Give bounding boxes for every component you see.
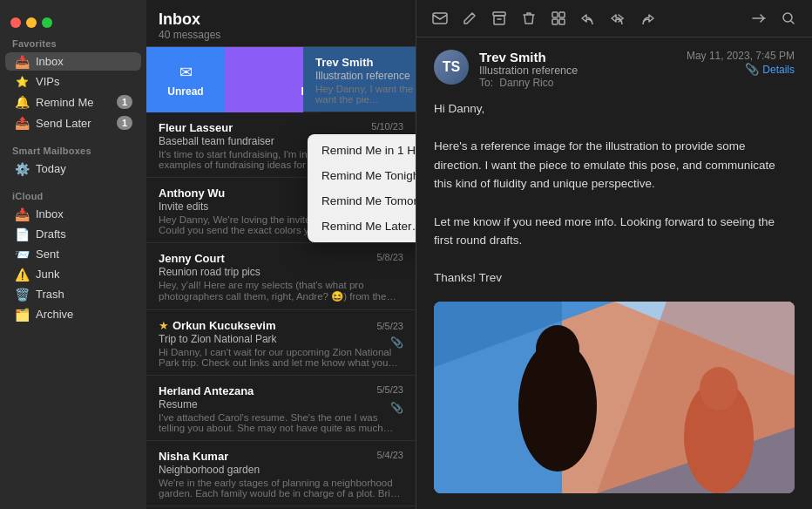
sidebar-item-remind-me[interactable]: 🔔 Remind Me 1 bbox=[5, 92, 141, 112]
send-later-badge: 1 bbox=[117, 116, 132, 130]
attachment-icon: 📎 bbox=[390, 336, 403, 349]
sidebar-item-label: Junk bbox=[36, 268, 132, 281]
svg-rect-4 bbox=[559, 12, 565, 17]
send-later-icon: 📤 bbox=[14, 117, 30, 129]
dropdown-item-later[interactable]: Remind Me Later… bbox=[308, 214, 416, 239]
junk-icon: ⚠️ bbox=[14, 268, 30, 281]
message-preview: I've attached Carol's resume. She's the … bbox=[159, 412, 403, 433]
message-subject: Reunion road trip pics bbox=[159, 266, 403, 278]
reply-all-toolbar-icon[interactable] bbox=[606, 7, 629, 30]
sidebar: Favorites 📥 Inbox ⭐ VIPs 🔔 Remind Me 1 📤… bbox=[0, 0, 146, 509]
mail-toolbar-icon[interactable] bbox=[429, 7, 451, 30]
message-item-orkun-kucuksevim[interactable]: ★ Orkun Kucuksevim 5/5/23 Trip to Zion N… bbox=[146, 310, 416, 376]
remind-me-badge: 1 bbox=[117, 95, 132, 109]
window-controls bbox=[0, 9, 146, 33]
icloud-inbox-icon: 📥 bbox=[14, 208, 30, 221]
svg-rect-0 bbox=[433, 13, 447, 24]
sidebar-item-sent[interactable]: 📨 Sent bbox=[5, 245, 141, 263]
unread-swipe-label: Unread bbox=[167, 85, 203, 98]
icloud-label: iCloud bbox=[0, 186, 146, 204]
message-preview: Hi Danny, I can't wait for our upcoming … bbox=[159, 347, 403, 368]
svg-rect-5 bbox=[552, 19, 558, 24]
photo-svg bbox=[434, 302, 795, 493]
sidebar-item-vips[interactable]: ⭐ VIPs bbox=[5, 72, 141, 91]
sidebar-item-label: Send Later bbox=[36, 117, 111, 130]
message-item-nisha-kumar[interactable]: Nisha Kumar 5/4/23 Neighborhood garden W… bbox=[146, 441, 416, 506]
search-toolbar-icon[interactable] bbox=[777, 7, 800, 30]
sidebar-item-trash[interactable]: 🗑️ Trash bbox=[5, 285, 141, 303]
message-count: 40 messages bbox=[159, 29, 403, 41]
message-subject: Trip to Zion National Park bbox=[159, 333, 403, 345]
dropdown-item-tomorrow[interactable]: Remind Me Tomorrow bbox=[308, 188, 416, 214]
email-sender-name: Trev Smith bbox=[479, 50, 687, 64]
svg-point-13 bbox=[536, 325, 579, 374]
email-subject: Illustration reference bbox=[479, 64, 687, 77]
sender-name: Orkun Kucuksevim bbox=[173, 319, 371, 332]
sidebar-item-label: Drafts bbox=[36, 227, 132, 241]
today-icon: ⚙️ bbox=[14, 163, 30, 175]
drafts-icon: 📄 bbox=[14, 228, 30, 241]
dropdown-item-1hr[interactable]: Remind Me in 1 Hour bbox=[308, 138, 416, 163]
sidebar-item-icloud-inbox[interactable]: 📥 Inbox bbox=[5, 205, 141, 223]
email-to: To: Danny Rico bbox=[479, 77, 687, 89]
attachment-icon: 📎 bbox=[390, 402, 403, 414]
sidebar-item-label: Sent bbox=[36, 248, 132, 261]
archive-toolbar-icon[interactable] bbox=[488, 7, 511, 30]
sidebar-item-junk[interactable]: ⚠️ Junk bbox=[5, 265, 141, 283]
star-flag-icon: ★ bbox=[159, 319, 169, 332]
sidebar-item-today[interactable]: ⚙️ Today bbox=[5, 159, 141, 178]
attachment-indicator: 📎 bbox=[745, 63, 759, 76]
details-link[interactable]: Details bbox=[762, 64, 795, 76]
close-button[interactable] bbox=[10, 17, 21, 28]
forward-toolbar-icon[interactable] bbox=[636, 7, 659, 30]
message-date: 5/5/23 bbox=[376, 321, 403, 331]
sidebar-item-send-later[interactable]: 📤 Send Later 1 bbox=[5, 113, 141, 132]
sidebar-item-label: Archive bbox=[36, 308, 132, 321]
compose-toolbar-icon[interactable] bbox=[458, 7, 481, 30]
sender-name: Jenny Court bbox=[159, 252, 371, 265]
trash-toolbar-icon[interactable] bbox=[518, 7, 540, 30]
reply-toolbar-icon[interactable] bbox=[577, 7, 599, 30]
minimize-button[interactable] bbox=[26, 17, 37, 28]
to-recipient: Danny Rico bbox=[499, 77, 553, 89]
email-date: May 11, 2023, 7:45 PM bbox=[687, 50, 795, 62]
message-item-jenny-court[interactable]: Jenny Court 5/8/23 Reunion road trip pic… bbox=[146, 243, 416, 310]
detail-content: TS Trev Smith Illustration reference To:… bbox=[416, 37, 812, 509]
message-date: 5/4/23 bbox=[376, 450, 403, 460]
message-date: 5/8/23 bbox=[376, 252, 403, 262]
svg-rect-2 bbox=[494, 16, 504, 24]
message-item-herland-antezana[interactable]: Herland Antezana 5/5/23 Resume I've atta… bbox=[146, 376, 416, 441]
remind-dropdown-menu: Remind Me in 1 Hour Remind Me Tonight Re… bbox=[308, 134, 416, 242]
message-item-trev-smith[interactable]: Trev Smith Illustration reference Hey Da… bbox=[303, 47, 416, 112]
sidebar-item-inbox[interactable]: 📥 Inbox bbox=[5, 52, 141, 71]
message-subject: Illustration reference bbox=[315, 70, 416, 82]
move-toolbar-icon[interactable] bbox=[547, 7, 570, 30]
bell-icon: 🔔 bbox=[14, 96, 30, 108]
maximize-button[interactable] bbox=[42, 17, 52, 28]
email-body: Hi Danny, Here's a reference image for t… bbox=[434, 99, 795, 288]
detail-pane: TS Trev Smith Illustration reference To:… bbox=[416, 0, 812, 509]
more-toolbar-icon[interactable] bbox=[748, 7, 770, 30]
smart-mailboxes-label: Smart Mailboxes bbox=[0, 140, 146, 159]
inbox-icon: 📥 bbox=[14, 56, 30, 68]
email-header: TS Trev Smith Illustration reference To:… bbox=[434, 50, 795, 89]
unread-swipe-icon: ✉ bbox=[179, 63, 193, 82]
message-subject: Neighborhood garden bbox=[159, 464, 403, 476]
sidebar-item-label: VIPs bbox=[36, 75, 132, 88]
message-list-header: Inbox 40 messages bbox=[146, 0, 416, 47]
sender-name: Nisha Kumar bbox=[159, 450, 371, 463]
sidebar-item-label: Today bbox=[36, 162, 132, 175]
unread-swipe-button[interactable]: ✉ Unread bbox=[146, 47, 225, 112]
message-list: Inbox 40 messages ✉ Unread 🔔 Remind Trev… bbox=[146, 0, 416, 509]
sender-name: Fleur Lasseur bbox=[159, 121, 366, 134]
favorites-label: Favorites bbox=[0, 33, 146, 51]
sidebar-item-drafts[interactable]: 📄 Drafts bbox=[5, 225, 141, 243]
sent-icon: 📨 bbox=[14, 248, 30, 261]
dropdown-item-tonight[interactable]: Remind Me Tonight bbox=[308, 163, 416, 188]
trev-smith-swipe-container: ✉ Unread 🔔 Remind Trev Smith Illustratio… bbox=[146, 47, 416, 112]
sidebar-item-archive[interactable]: 🗂️ Archive bbox=[5, 305, 141, 323]
inbox-title: Inbox bbox=[159, 10, 403, 29]
messages-scroll[interactable]: ✉ Unread 🔔 Remind Trev Smith Illustratio… bbox=[146, 47, 416, 509]
email-meta: May 11, 2023, 7:45 PM 📎 Details bbox=[687, 50, 795, 76]
sender-avatar: TS bbox=[434, 50, 469, 85]
